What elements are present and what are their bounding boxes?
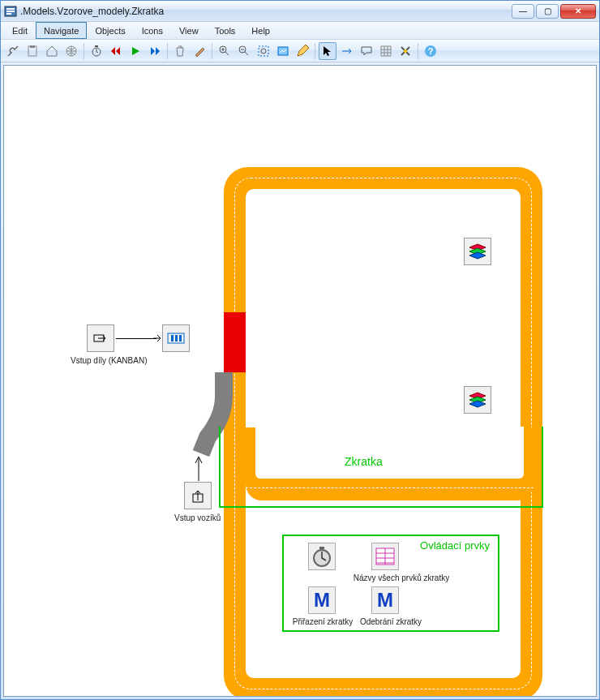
ov-table[interactable] — [371, 543, 399, 570]
app-icon — [4, 5, 17, 18]
ovladaci-title: Ovládací prvky — [420, 539, 490, 552]
trash-icon — [174, 45, 186, 58]
rewind-icon — [110, 45, 122, 57]
tb-sep-3 — [212, 43, 212, 59]
help-icon: ? — [424, 45, 437, 58]
tb-btn-3[interactable] — [43, 42, 61, 60]
ov-stopwatch[interactable] — [308, 543, 336, 570]
ov-label-nazvy: Názvy všech prvků zkratky — [349, 573, 454, 582]
toolbar: ? — [1, 40, 599, 62]
tb-connector[interactable] — [338, 42, 356, 60]
tb-brush[interactable] — [191, 42, 208, 60]
menu-edit[interactable]: Edit — [4, 22, 36, 39]
tb-sep-1 — [84, 43, 84, 59]
svg-rect-21 — [179, 335, 182, 341]
svg-rect-8 — [95, 45, 98, 47]
svg-rect-24 — [319, 547, 324, 549]
globe-icon — [65, 45, 78, 58]
tb-comment[interactable] — [358, 42, 375, 60]
zkratka-label: Zkratka — [345, 455, 383, 468]
tb-help[interactable]: ? — [422, 42, 439, 60]
table-icon — [374, 545, 396, 568]
tb-zoom-in[interactable] — [216, 42, 234, 60]
connector-line-up[interactable] — [193, 455, 204, 483]
svg-point-14 — [404, 49, 407, 53]
window-buttons: — ▢ ✕ — [512, 4, 596, 19]
comment-icon — [360, 45, 373, 58]
tb-sep-4 — [315, 43, 315, 59]
layers-icon-2 — [467, 389, 488, 410]
tb-pencil[interactable] — [294, 42, 311, 60]
menu-view[interactable]: View — [171, 22, 207, 39]
label-vstup-voziku: Vstup vozíků — [174, 513, 221, 522]
menu-objects[interactable]: Objects — [87, 22, 133, 39]
tb-reset-time[interactable] — [88, 42, 105, 60]
ov-method-assign[interactable]: M — [308, 586, 336, 614]
menu-navigate[interactable]: Navigate — [36, 22, 87, 39]
pencil-icon — [296, 45, 309, 58]
minimize-button[interactable]: — — [512, 4, 534, 19]
tb-tools[interactable] — [396, 42, 414, 60]
track-red-segment[interactable] — [224, 312, 246, 372]
connector-line[interactable] — [116, 338, 156, 339]
wrench-icon — [6, 45, 19, 58]
maximize-glyph: ▢ — [544, 6, 551, 15]
svg-rect-3 — [6, 13, 11, 15]
stopwatch-lg-icon — [311, 545, 333, 568]
tb-zoom-fit[interactable] — [255, 42, 272, 60]
svg-rect-2 — [6, 11, 15, 12]
menubar: Edit Navigate Objects Icons View Tools H… — [1, 22, 599, 40]
titlebar: .Models.Vzorove_modely.Zkratka — ▢ ✕ — [1, 1, 599, 22]
svg-text:?: ? — [428, 46, 434, 56]
svg-rect-20 — [175, 335, 178, 341]
minimize-glyph: — — [519, 6, 527, 15]
clipboard-icon — [26, 45, 39, 58]
tb-btn-2[interactable] — [24, 42, 41, 60]
close-button[interactable]: ✕ — [560, 4, 596, 19]
source-vstup-voziku[interactable] — [184, 482, 212, 509]
tb-btn-1[interactable] — [4, 42, 22, 60]
canvas[interactable]: Zkratka Vstup díly (KANBAN) Vstup vozíků — [3, 65, 597, 697]
buffer-node[interactable] — [162, 324, 190, 352]
zoom-out-icon — [238, 45, 251, 58]
ovladaci-panel: Ovládací prvky Názvy všech prvků zkratky… — [282, 535, 499, 632]
tb-cursor[interactable] — [319, 42, 336, 60]
tb-rewind[interactable] — [107, 42, 125, 60]
tb-play[interactable] — [126, 42, 144, 60]
tb-sep-2 — [167, 43, 168, 59]
source-vstup-dily[interactable] — [87, 324, 114, 352]
label-vstup-dily: Vstup díly (KANBAN) — [71, 356, 147, 365]
ov-label-odebrani: Odebrání zkratky — [358, 617, 423, 626]
tb-delete[interactable] — [171, 42, 189, 60]
stopwatch-icon — [90, 45, 103, 58]
tb-grid[interactable] — [377, 42, 395, 60]
buffer-icon — [166, 329, 186, 348]
svg-rect-11 — [259, 46, 268, 56]
brush-icon — [193, 45, 206, 58]
menu-icons[interactable]: Icons — [134, 22, 171, 39]
zoom-fit-icon — [257, 45, 270, 58]
station-1[interactable] — [464, 238, 491, 265]
picture-icon — [276, 45, 289, 58]
svg-rect-1 — [6, 8, 15, 10]
svg-point-12 — [261, 49, 266, 54]
ov-method-remove[interactable]: M — [371, 586, 399, 614]
method-m-icon-1: M — [314, 589, 330, 612]
menu-tools[interactable]: Tools — [207, 22, 244, 39]
tb-zoom-out[interactable] — [235, 42, 253, 60]
tb-sep-5 — [418, 43, 418, 59]
play-icon — [130, 45, 141, 57]
svg-rect-19 — [171, 335, 174, 341]
connector-icon — [341, 45, 354, 58]
tb-btn-4[interactable] — [62, 42, 80, 60]
home-icon — [45, 45, 58, 58]
tb-fast-forward[interactable] — [146, 42, 164, 60]
method-m-icon-2: M — [377, 589, 393, 612]
menu-help[interactable]: Help — [243, 22, 278, 39]
maximize-button[interactable]: ▢ — [536, 4, 559, 19]
source-up-icon — [188, 486, 208, 505]
close-glyph: ✕ — [575, 6, 581, 15]
tb-picture[interactable] — [274, 42, 292, 60]
ov-label-prirazeni: Přiřazení zkratky — [290, 617, 355, 626]
station-2[interactable] — [464, 386, 491, 414]
